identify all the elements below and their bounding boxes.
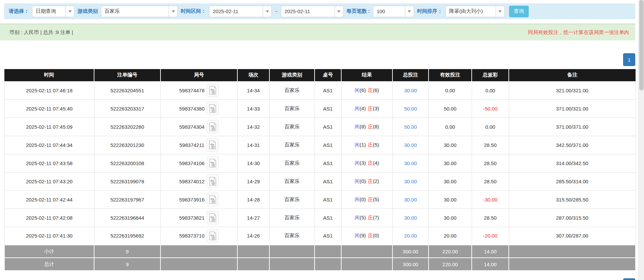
cell-total-bet[interactable]: 30.00 [392,190,429,209]
subtotal-total-bet: 300.00 [392,245,429,258]
header-payout: 总派彩 [472,69,509,81]
banker-result-value: (8) [373,124,379,129]
table-header: 时间 注单编号 局号 场次 游戏类别 桌号 结果 总投注 有效投注 总派彩 备注 [4,69,636,81]
banker-result-label: 庄 [368,124,373,129]
player-result-label: 闲 [355,232,360,238]
header-time: 时间 [4,69,94,81]
cell-table-no: AS1 [315,227,341,245]
video-replay-button[interactable] [207,193,219,206]
sort-order-select[interactable]: 降幂(由大到小) [445,6,505,17]
same-round-notice: 同局有效投注，统一计算在该局第一张注单内 [528,29,629,36]
cell-result: 闲(3)庄(4) [341,154,392,172]
subtotal-row: 小计 9 300.00 220.00 14.00 [4,245,636,258]
video-replay-button[interactable] [207,102,219,115]
cell-game-type: 百家乐 [269,118,315,136]
page-1-button-bottom[interactable]: 1 [623,278,635,280]
video-replay-button[interactable] [207,84,219,97]
subtotal-payout: 14.00 [472,245,509,258]
cell-remark: 371.00/371.00 [509,118,636,136]
chevron-down-icon [496,6,504,17]
header-game-type: 游戏类别 [269,69,315,81]
page-1-button[interactable]: 1 [623,53,635,66]
cell-total-bet[interactable]: 50.00 [392,118,429,136]
banker-result-label: 庄 [368,142,373,148]
cell-game-type: 百家乐 [269,136,315,154]
round-id-text: 598374304 [179,124,204,130]
page-size-label: 每页笔数 : [347,8,370,14]
player-result-value: (1) [360,142,366,148]
table-row: 2025-02-11 07:43:20 522263199078 5983740… [4,172,636,190]
cell-game-type: 百家乐 [269,190,315,209]
video-replay-button[interactable] [207,211,219,224]
scrollbar-track [638,0,644,280]
search-button[interactable]: 查询 [509,6,529,17]
player-result-label: 闲 [355,196,360,202]
video-replay-icon [209,177,216,186]
cell-time: 2025-02-11 07:45:40 [4,99,94,118]
query-type-select[interactable]: 日期查询 [32,6,75,17]
cell-remark: 315.50/285.50 [509,190,636,209]
subtotal-count: 9 [94,245,160,258]
cell-game-type: 百家乐 [269,81,315,99]
header-table-no: 桌号 [315,69,341,81]
cell-round-id: 598374211 [160,136,237,154]
video-replay-button[interactable] [207,120,219,133]
banker-result-label: 庄 [368,215,373,220]
pagination-bottom: 1 [4,278,635,280]
cell-valid-bet: 20.00 [429,227,472,245]
banker-result-value: (0) [373,232,379,238]
total-label: 总计 [4,258,94,271]
total-valid-bet: 220.00 [429,258,472,271]
video-replay-button[interactable] [207,229,219,243]
video-replay-button[interactable] [207,175,219,188]
banker-result-value: (2) [373,178,379,184]
round-id-text: 598373916 [179,197,204,203]
player-result-value: (0) [360,178,366,184]
cell-result: 闲(6)庄(6) [341,81,392,99]
table-row: 2025-02-11 07:43:58 522263200108 5983741… [4,154,636,172]
filter-bar: 请选择： 日期查询 游戏类别 百家乐 时间区间： 2025-02-11 ~ 20… [4,3,635,19]
video-replay-button[interactable] [207,156,219,170]
cell-session: 14-26 [237,227,269,245]
cell-result: 闲(5)庄(7) [341,209,392,227]
header-remark: 备注 [509,69,636,81]
cell-total-bet[interactable]: 30.00 [392,209,429,227]
page-size-select[interactable]: 100 [373,6,414,17]
video-replay-icon [209,104,216,113]
round-id-text: 598373821 [179,215,204,221]
cell-total-bet[interactable]: 30.00 [392,81,429,99]
player-result-label: 闲 [355,215,360,220]
cell-total-bet[interactable]: 50.00 [392,99,429,118]
cell-game-type: 百家乐 [269,154,315,172]
cell-time: 2025-02-11 07:41:30 [4,227,94,245]
player-result-label: 闲 [355,105,360,111]
player-result-label: 闲 [355,142,360,148]
cell-time: 2025-02-11 07:45:09 [4,118,94,136]
cell-session: 14-33 [237,99,269,118]
header-result: 结果 [341,69,392,81]
date-to-select[interactable]: 2025-02-11 [281,6,344,17]
cell-bet-id: 522263201230 [94,136,160,154]
cell-round-id: 598373821 [160,209,237,227]
cell-total-bet[interactable]: 30.00 [392,172,429,190]
cell-round-id: 598374304 [160,118,237,136]
cell-total-bet[interactable]: 20.00 [392,227,429,245]
betting-records-page: 请选择： 日期查询 游戏类别 百家乐 时间区间： 2025-02-11 ~ 20… [0,3,638,280]
scrollbar-thumb[interactable] [639,0,644,90]
pagination-top: 1 [4,53,635,66]
cell-bet-id: 522263200108 [94,154,160,172]
cell-payout: 28.50 [472,172,509,190]
cell-total-bet[interactable]: 30.00 [392,154,429,172]
cell-time: 2025-02-11 07:44:34 [4,136,94,154]
cell-payout: 0.00 [472,81,509,99]
date-from-select[interactable]: 2025-02-11 [209,6,272,17]
round-id-text: 598374211 [179,142,204,148]
chevron-down-icon [405,6,414,17]
cell-total-bet[interactable]: 30.00 [392,136,429,154]
total-count: 9 [94,258,160,271]
video-replay-button[interactable] [206,138,218,152]
cell-payout: -30.00 [472,190,509,209]
table-body: 2025-02-11 07:46:18 522263204551 5983744… [4,81,636,245]
sort-order-label: 时间排序： [417,8,442,14]
game-category-select[interactable]: 百家乐 [101,6,178,17]
